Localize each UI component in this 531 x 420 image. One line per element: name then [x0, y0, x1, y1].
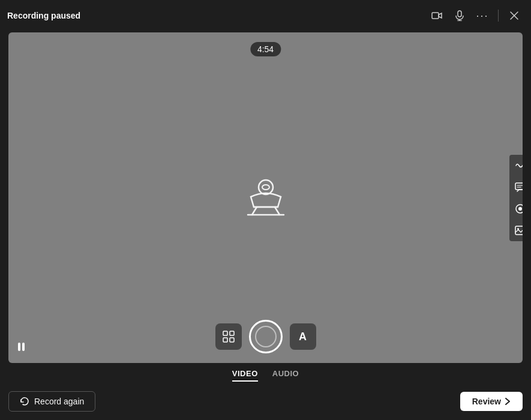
title-bar: Recording paused ···	[0, 0, 531, 31]
svg-rect-15	[230, 338, 234, 342]
svg-line-10	[275, 207, 280, 215]
pause-bar-2	[22, 343, 25, 351]
record-btn-inner	[255, 326, 277, 347]
video-container: 4:54	[8, 32, 523, 363]
side-panel	[509, 155, 523, 241]
record-again-button[interactable]: Record again	[8, 391, 95, 412]
svg-rect-16	[515, 183, 523, 190]
video-controls: A	[215, 320, 316, 353]
svg-rect-1	[458, 11, 461, 17]
main-content: 4:54	[0, 31, 531, 363]
tab-audio[interactable]: AUDIO	[272, 369, 299, 382]
squiggle-button[interactable]	[509, 155, 523, 176]
svg-point-22	[517, 228, 519, 230]
chevron-right-icon	[505, 397, 511, 406]
review-label: Review	[472, 397, 501, 406]
pause-indicator	[18, 343, 25, 351]
grid-button[interactable]	[215, 323, 242, 350]
record-button[interactable]	[249, 320, 283, 353]
svg-point-6	[259, 180, 273, 194]
title-divider	[498, 10, 499, 22]
tabs-row: VIDEO AUDIO	[0, 363, 531, 385]
svg-rect-14	[223, 338, 227, 342]
pause-bar-1	[18, 343, 20, 351]
close-button[interactable]	[505, 6, 524, 25]
svg-rect-0	[432, 13, 439, 19]
image-button[interactable]	[509, 220, 523, 241]
text-icon: A	[299, 331, 307, 343]
more-options-button[interactable]: ···	[473, 6, 492, 25]
record-again-icon	[20, 397, 29, 406]
svg-rect-12	[223, 331, 227, 335]
camera-off-icon	[239, 174, 293, 222]
window-title: Recording paused	[7, 11, 80, 20]
svg-point-20	[518, 207, 522, 211]
video-camera-button[interactable]	[427, 6, 446, 25]
text-button[interactable]: A	[290, 323, 316, 350]
record-again-label: Record again	[34, 397, 84, 406]
svg-point-7	[262, 185, 269, 190]
review-button[interactable]: Review	[460, 392, 523, 411]
bottom-bar: Record again Review	[0, 385, 531, 420]
title-bar-controls: ···	[427, 6, 524, 25]
svg-rect-13	[230, 331, 234, 335]
svg-line-9	[252, 207, 257, 215]
video-outer: 4:54	[8, 32, 523, 363]
chat-button[interactable]	[509, 176, 523, 198]
tab-video[interactable]: VIDEO	[232, 369, 258, 382]
timer-badge: 4:54	[250, 42, 281, 56]
circle-button[interactable]	[509, 198, 523, 220]
microphone-button[interactable]	[450, 6, 469, 25]
